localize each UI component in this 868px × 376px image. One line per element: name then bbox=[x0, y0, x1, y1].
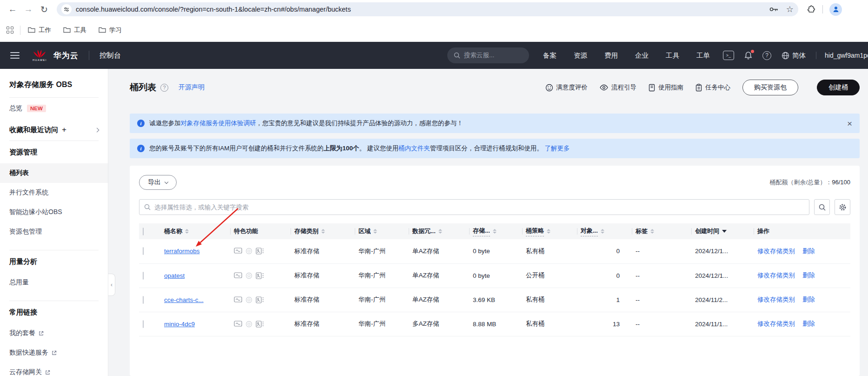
bucket-name-link[interactable]: cce-charts-c... bbox=[164, 296, 204, 303]
nav-item-billing[interactable]: 费用 bbox=[604, 51, 618, 60]
bucket-name-link[interactable]: minio-4dc9 bbox=[164, 321, 195, 328]
size-cell: 3.69 KB bbox=[469, 288, 522, 312]
policy-cell: 私有桶 bbox=[522, 239, 577, 263]
delete-link[interactable]: 删除 bbox=[802, 248, 815, 255]
redundancy-cell: 多AZ存储 bbox=[409, 312, 469, 336]
create-bucket-button[interactable]: 创建桶 bbox=[817, 80, 860, 95]
sidebar-item-my-packages[interactable]: 我的套餐 bbox=[0, 323, 108, 343]
reload-button[interactable]: ↻ bbox=[38, 3, 51, 16]
sidebar-item-total-usage[interactable]: 总用量 bbox=[0, 273, 108, 292]
sort-desc-icon[interactable] bbox=[722, 230, 727, 233]
sort-icon[interactable] bbox=[493, 229, 497, 234]
sidebar-item-parallel-fs[interactable]: 并行文件系统 bbox=[0, 183, 108, 202]
sidebar-collapse-handle[interactable]: ‹ bbox=[108, 274, 115, 296]
sidebar-item-storage-gateway[interactable]: 云存储网关 bbox=[0, 363, 108, 376]
extensions-icon[interactable] bbox=[807, 5, 815, 13]
objects-cell: 0 bbox=[577, 263, 632, 288]
buy-resource-package-button[interactable]: 购买资源包 bbox=[742, 80, 798, 95]
export-button[interactable]: 导出 bbox=[139, 175, 177, 190]
delete-link[interactable]: 删除 bbox=[802, 320, 815, 327]
satisfaction-survey-link[interactable]: 满意度评价 bbox=[545, 83, 588, 92]
row-checkbox[interactable] bbox=[143, 247, 144, 255]
bookmark-star-icon[interactable]: ☆ bbox=[786, 4, 794, 14]
sidebar-item-resource-packages[interactable]: 资源包管理 bbox=[0, 222, 108, 242]
apps-grid-icon[interactable] bbox=[7, 27, 13, 34]
notifications-bell-icon[interactable] bbox=[744, 51, 752, 60]
sort-icon[interactable] bbox=[547, 229, 550, 234]
forward-button[interactable]: → bbox=[22, 3, 35, 16]
image-card-icon bbox=[256, 248, 264, 255]
change-storage-class-link[interactable]: 修改存储类别 bbox=[757, 272, 795, 279]
column-settings-button[interactable] bbox=[835, 199, 850, 215]
site-settings-icon[interactable] bbox=[61, 4, 72, 14]
col-redundancy: 数据冗... bbox=[412, 227, 436, 235]
page-title: 桶列表 bbox=[130, 81, 156, 94]
service-title: 对象存储服务 OBS bbox=[0, 71, 108, 97]
process-guide-link[interactable]: 流程引导 bbox=[600, 83, 636, 92]
bucket-folder-link[interactable]: 桶内文件夹 bbox=[398, 145, 430, 152]
sort-icon[interactable] bbox=[650, 229, 654, 234]
bookmark-folder-work[interactable]: 工作 bbox=[28, 26, 51, 34]
password-key-icon[interactable] bbox=[769, 7, 779, 12]
sort-icon[interactable] bbox=[438, 229, 442, 234]
back-button[interactable]: ← bbox=[6, 3, 19, 16]
open-source-link[interactable]: 开源声明 bbox=[179, 83, 205, 92]
bucket-name-link[interactable]: opatest bbox=[164, 272, 185, 279]
sort-icon[interactable] bbox=[601, 229, 604, 234]
filter-search-box[interactable] bbox=[139, 199, 809, 215]
user-guide-link[interactable]: 使用指南 bbox=[649, 83, 683, 92]
delete-link[interactable]: 删除 bbox=[802, 296, 815, 303]
region-cell: 华南-广州 bbox=[355, 288, 409, 312]
console-link[interactable]: 控制台 bbox=[99, 51, 121, 60]
help-icon[interactable]: ? bbox=[762, 51, 771, 60]
nav-item-tools[interactable]: 工具 bbox=[666, 51, 679, 60]
change-storage-class-link[interactable]: 修改存储类别 bbox=[757, 248, 795, 255]
task-center-link[interactable]: 任务中心 bbox=[696, 83, 730, 92]
bucket-name-link[interactable]: terraformobs bbox=[164, 248, 200, 255]
cli-terminal-icon[interactable]: >_ bbox=[723, 51, 734, 60]
account-menu[interactable]: hid_gwf9am1pd-co2 bbox=[816, 52, 868, 59]
sidebar-item-data-express[interactable]: 数据快递服务 bbox=[0, 343, 108, 363]
change-storage-class-link[interactable]: 修改存储类别 bbox=[757, 320, 795, 327]
learn-more-link[interactable]: 了解更多 bbox=[545, 145, 570, 152]
sort-icon[interactable] bbox=[321, 229, 325, 234]
col-tags: 标签 bbox=[636, 227, 648, 235]
sidebar-item-edge-obs[interactable]: 智能边缘小站OBS bbox=[0, 202, 108, 222]
language-switch[interactable]: 简体 bbox=[782, 51, 806, 60]
external-link-icon bbox=[52, 350, 57, 356]
sort-icon[interactable] bbox=[373, 229, 377, 234]
hamburger-menu-icon[interactable] bbox=[10, 52, 20, 59]
bookmark-folder-tools[interactable]: 工具 bbox=[63, 26, 86, 34]
filter-search-input[interactable] bbox=[154, 204, 804, 211]
row-checkbox[interactable] bbox=[143, 296, 144, 304]
feature-icons bbox=[234, 321, 287, 328]
sidebar-item-overview[interactable]: 总览 NEW bbox=[0, 98, 108, 119]
sidebar-item-bucket-list[interactable]: 桶列表 bbox=[0, 163, 108, 183]
url-bar[interactable]: console.huaweicloud.com/console/?region=… bbox=[57, 2, 798, 16]
row-checkbox[interactable] bbox=[143, 272, 144, 280]
delete-link[interactable]: 删除 bbox=[802, 272, 815, 279]
image-card-icon bbox=[256, 321, 264, 328]
search-icon bbox=[144, 204, 151, 210]
nav-item-tickets[interactable]: 工单 bbox=[696, 51, 710, 60]
cloud-search-box[interactable]: 搜索云服... bbox=[447, 47, 529, 63]
close-icon[interactable]: × bbox=[847, 119, 852, 128]
sidebar-favorites[interactable]: 收藏和最近访问 + bbox=[0, 119, 108, 141]
sort-icon[interactable] bbox=[185, 229, 189, 234]
search-icon bbox=[454, 52, 460, 59]
profile-avatar[interactable] bbox=[829, 3, 842, 16]
nav-item-resources[interactable]: 资源 bbox=[574, 51, 587, 60]
section-resource-mgmt: 资源管理 bbox=[0, 141, 108, 163]
refresh-search-button[interactable] bbox=[814, 199, 830, 215]
select-all-checkbox[interactable] bbox=[143, 228, 144, 235]
title-help-icon[interactable]: ? bbox=[160, 84, 168, 92]
change-storage-class-link[interactable]: 修改存储类别 bbox=[757, 296, 795, 303]
nav-item-enterprise[interactable]: 企业 bbox=[635, 51, 649, 60]
bookmark-folder-study[interactable]: 学习 bbox=[99, 26, 122, 34]
survey-link[interactable]: 对象存储服务使用体验调研 bbox=[181, 120, 256, 127]
row-checkbox[interactable] bbox=[143, 320, 144, 328]
nav-item-beian[interactable]: 备案 bbox=[543, 51, 557, 60]
huawei-logo[interactable]: HUAWEI bbox=[33, 49, 47, 61]
add-favorite-button[interactable]: + bbox=[62, 125, 66, 134]
table-row: terraformobs 标准存储 华南-广州 单AZ存储 0 byte 私有桶… bbox=[139, 239, 850, 263]
